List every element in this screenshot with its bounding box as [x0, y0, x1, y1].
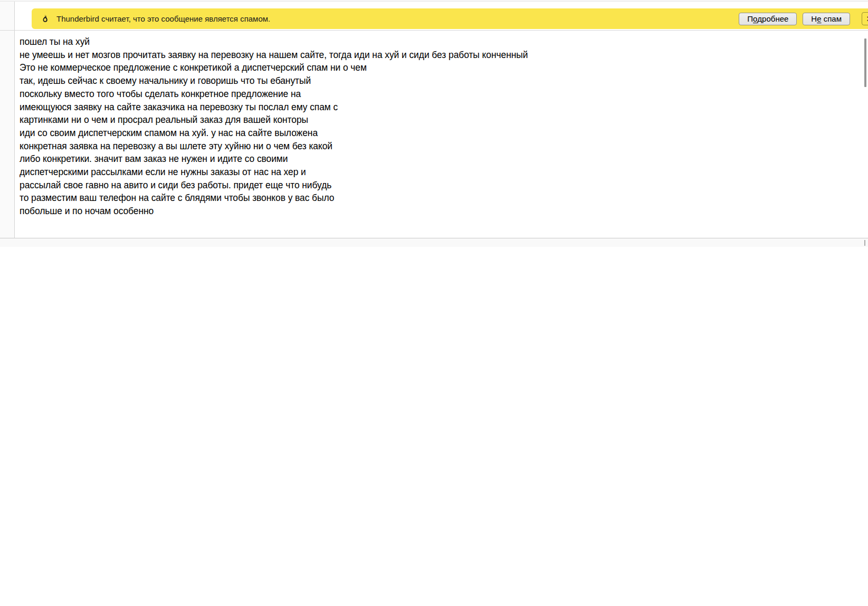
- message-line: побольше и по ночам особенно: [20, 205, 868, 218]
- banner-actions: Подробнее Не спам ✕: [739, 12, 868, 25]
- message-line: либо конкретики. значит вам заказ не нуж…: [20, 152, 868, 166]
- details-button[interactable]: Подробнее: [739, 13, 797, 25]
- details-label-post: дробнее: [757, 14, 788, 23]
- not-spam-button[interactable]: Не спам: [803, 13, 850, 25]
- message-line: иди со своим диспетчерским спамом на хуй…: [20, 127, 868, 140]
- left-pane-edge: [0, 2, 15, 238]
- lower-pane-edge: [0, 238, 868, 247]
- vertical-scrollbar-thumb[interactable]: [864, 39, 866, 87]
- message-line: так, идешь сейчас к своему начальнику и …: [20, 74, 868, 88]
- junk-flame-icon: [41, 14, 50, 23]
- details-label-accesskey: о: [753, 14, 757, 23]
- message-line: рассылай свое гавно на авито и сиди без …: [20, 179, 868, 192]
- message-line: имеющуюся заявку на сайте заказчика на п…: [20, 101, 868, 114]
- message-line: конкретная заявка на перевозку а вы шлет…: [20, 140, 868, 153]
- message-line: диспетчерскими рассылками если не нужны …: [20, 166, 868, 179]
- message-body: пошел ты на хуй не умеешь и нет мозгов п…: [15, 31, 868, 238]
- lower-scrollbar-stub[interactable]: [864, 240, 865, 246]
- not-spam-label-accesskey: е: [817, 14, 821, 23]
- message-line: Это не коммерческое предложение с конкре…: [20, 61, 868, 74]
- not-spam-label-post: спам: [822, 14, 842, 23]
- message-line: картинками ни о чем и просрал реальный з…: [20, 113, 868, 127]
- message-line: поскольку вместо того чтобы сделать конк…: [20, 88, 868, 101]
- message-line: пошел ты на хуй: [20, 35, 868, 49]
- junk-banner-message: Thunderbird считает, что это сообщение я…: [56, 14, 270, 23]
- close-banner-button[interactable]: ✕: [862, 12, 868, 25]
- thunderbird-message-pane: Thunderbird считает, что это сообщение я…: [0, 0, 868, 606]
- message-line: то разместим ваш телефон на сайте с бляд…: [20, 191, 868, 205]
- not-spam-label-pre: Н: [811, 14, 817, 23]
- message-header-area: Thunderbird считает, что это сообщение я…: [15, 2, 868, 30]
- details-label-pre: П: [747, 14, 753, 23]
- junk-notification-bar: Thunderbird считает, что это сообщение я…: [32, 8, 868, 29]
- close-icon: ✕: [866, 14, 868, 24]
- message-line: не умеешь и нет мозгов прочитать заявку …: [20, 49, 868, 62]
